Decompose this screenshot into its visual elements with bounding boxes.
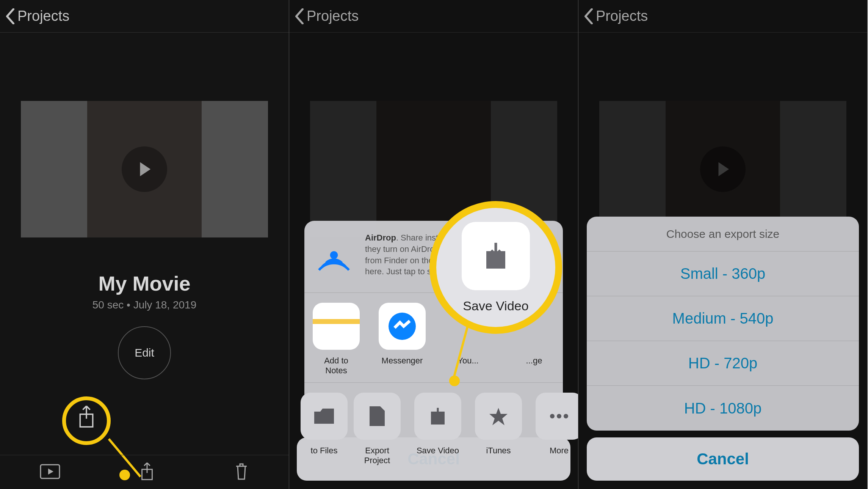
- cancel-button[interactable]: Cancel: [587, 437, 859, 481]
- action-export-project[interactable]: Export Project: [354, 393, 400, 465]
- magnify-label: Save Video: [463, 299, 528, 313]
- svg-point-8: [564, 414, 568, 418]
- svg-point-6: [550, 414, 555, 418]
- export-sheet: Choose an export size Small - 360p Mediu…: [587, 217, 859, 481]
- share-icon[interactable]: [77, 405, 96, 430]
- bottom-toolbar: [0, 455, 289, 489]
- panel-export-options: Projects Choose an export size Small - 3…: [578, 0, 868, 489]
- folder-icon: [301, 393, 348, 440]
- action-label: to Files: [311, 446, 338, 456]
- export-option-540p[interactable]: Medium - 540p: [587, 296, 859, 341]
- export-option-720p[interactable]: HD - 720p: [587, 341, 859, 386]
- save-video-icon: [462, 222, 530, 290]
- app-label: You...: [458, 356, 478, 366]
- trash-icon[interactable]: [234, 462, 249, 482]
- app-label: ...ge: [526, 356, 542, 366]
- back-button-label[interactable]: Projects: [17, 8, 69, 24]
- panel-project-detail: Projects My Movie 50 sec • July 18, 2019…: [0, 0, 289, 489]
- action-label: Export Project: [354, 446, 400, 465]
- airdrop-icon: [314, 232, 354, 277]
- play-video-icon[interactable]: [40, 464, 60, 481]
- share-app-notes[interactable]: Add to Notes: [313, 303, 360, 376]
- svg-point-7: [557, 414, 561, 418]
- annotation-magnify: Save Video: [429, 201, 562, 334]
- action-more[interactable]: More: [536, 393, 578, 465]
- file-icon: [354, 393, 401, 440]
- project-title: My Movie: [0, 272, 289, 295]
- more-icon: [536, 393, 578, 440]
- export-header: Choose an export size: [587, 217, 859, 252]
- action-label: iTunes: [486, 446, 511, 456]
- star-icon: [475, 393, 522, 440]
- navbar: Projects: [0, 0, 289, 33]
- action-save-to-files[interactable]: to Files: [309, 393, 339, 465]
- export-option-1080p[interactable]: HD - 1080p: [587, 386, 859, 431]
- share-icon[interactable]: [139, 462, 155, 483]
- action-label: Save Video: [417, 446, 459, 456]
- svg-point-3: [330, 251, 338, 259]
- action-save-video[interactable]: Save Video: [415, 393, 461, 465]
- save-video-icon: [414, 393, 461, 440]
- messenger-icon: [379, 303, 426, 350]
- export-option-360p[interactable]: Small - 360p: [587, 252, 859, 296]
- app-label: Messenger: [382, 356, 423, 366]
- app-label: Add to Notes: [313, 356, 360, 376]
- panel-share-sheet: Projects AirDrop. Share instantly with p…: [289, 0, 578, 489]
- export-options-list: Choose an export size Small - 360p Mediu…: [587, 217, 859, 431]
- edit-button[interactable]: Edit: [118, 326, 171, 379]
- action-itunes[interactable]: iTunes: [476, 393, 521, 465]
- share-app-messenger[interactable]: Messenger: [379, 303, 426, 376]
- share-actions-row: to Files Export Project Save Video: [304, 382, 563, 472]
- share-sheet-container: AirDrop. Share instantly with people nea…: [297, 431, 570, 481]
- action-label: More: [550, 446, 569, 456]
- project-meta: 50 sec • July 18, 2019: [0, 299, 289, 311]
- play-icon[interactable]: [122, 146, 167, 192]
- video-thumbnail[interactable]: [21, 101, 268, 237]
- notes-icon: [313, 303, 360, 350]
- chevron-left-icon[interactable]: [5, 8, 15, 24]
